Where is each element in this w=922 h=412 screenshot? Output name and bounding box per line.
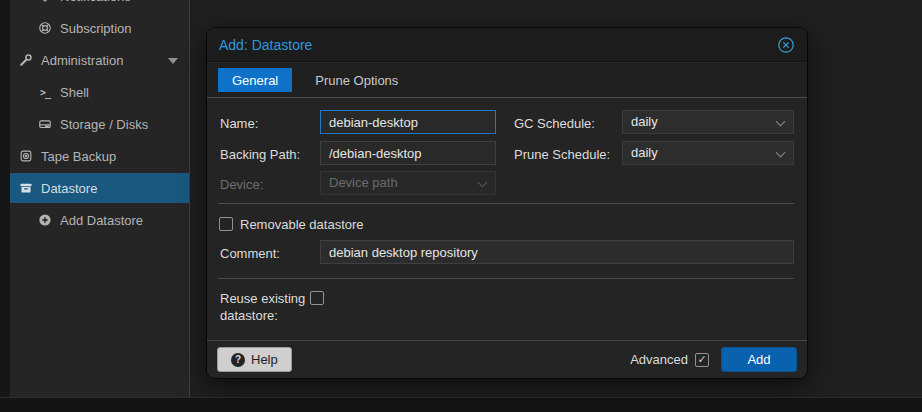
sidebar-item-label: Datastore <box>41 181 97 196</box>
sidebar-item-storage-disks[interactable]: Storage / Disks <box>10 109 189 139</box>
section-divider <box>218 203 794 204</box>
sidebar-item-administration[interactable]: Administration <box>10 45 189 75</box>
plus-circle-icon <box>37 213 53 227</box>
archive-icon <box>18 181 34 195</box>
sidebar-item-label: Add Datastore <box>60 213 143 228</box>
sidebar-item-notifications[interactable]: Notifications <box>10 0 189 11</box>
sidebar-item-subscription[interactable]: Subscription <box>10 13 189 43</box>
name-label: Name: <box>220 116 258 131</box>
question-icon: ? <box>231 353 245 367</box>
prune-schedule-value: daily <box>631 145 658 160</box>
sidebar-item-label: Tape Backup <box>41 149 116 164</box>
sidebar-item-add-datastore[interactable]: Add Datastore <box>10 205 189 235</box>
tab-prune-options[interactable]: Prune Options <box>301 68 412 92</box>
backing-path-label: Backing Path: <box>220 147 300 162</box>
close-icon[interactable] <box>777 36 795 54</box>
gc-schedule-value: daily <box>631 114 658 129</box>
advanced-label: Advanced <box>630 352 688 367</box>
sidebar-item-shell[interactable]: >_ Shell <box>10 77 189 107</box>
comment-label: Comment: <box>220 246 280 261</box>
life-ring-icon <box>37 21 53 35</box>
help-label: Help <box>251 352 278 367</box>
name-input[interactable] <box>320 110 496 134</box>
bell-icon <box>37 0 53 3</box>
dialog-header[interactable]: Add: Datastore <box>207 28 807 62</box>
dialog-title: Add: Datastore <box>219 37 312 53</box>
sidebar-item-tape-backup[interactable]: Tape Backup <box>10 141 189 171</box>
tab-bar: General Prune Options <box>207 63 807 98</box>
removable-datastore-label: Removable datastore <box>240 217 364 232</box>
add-button[interactable]: Add <box>721 347 797 372</box>
sidebar-item-label: Administration <box>41 53 123 68</box>
screen: Notifications Subscription <box>0 0 922 412</box>
device-select: Device path <box>320 171 496 195</box>
help-button[interactable]: ? Help <box>217 347 292 372</box>
sidebar-nav: Notifications Subscription <box>10 0 189 237</box>
sidebar-item-datastore[interactable]: Datastore <box>10 173 189 203</box>
terminal-icon: >_ <box>37 87 53 98</box>
device-placeholder: Device path <box>329 175 398 190</box>
sidebar-item-label: Notifications <box>60 0 131 4</box>
tape-icon <box>18 149 34 163</box>
chevron-down-icon <box>776 117 786 127</box>
reuse-existing-label: Reuse existing datastore: <box>220 290 308 324</box>
dialog-footer: ? Help Advanced ✓ Add <box>207 340 807 378</box>
advanced-checkbox[interactable]: ✓ <box>695 353 709 367</box>
left-panel-edge <box>0 0 10 397</box>
sidebar-item-label: Shell <box>60 85 89 100</box>
chevron-down-icon <box>478 178 488 188</box>
section-divider <box>218 278 794 279</box>
tab-general[interactable]: General <box>218 68 292 92</box>
device-label: Device: <box>220 177 263 192</box>
wrench-icon <box>18 53 34 67</box>
reuse-existing-checkbox[interactable] <box>310 291 324 305</box>
comment-input[interactable] <box>320 240 794 264</box>
sidebar: Notifications Subscription <box>10 0 190 397</box>
bottom-edge <box>0 397 922 412</box>
sidebar-item-label: Storage / Disks <box>60 117 148 132</box>
check-icon: ✓ <box>697 354 706 365</box>
gc-schedule-label: GC Schedule: <box>514 116 595 131</box>
chevron-down-icon <box>776 148 786 158</box>
sidebar-item-label: Subscription <box>60 21 132 36</box>
backing-path-input[interactable] <box>320 141 496 165</box>
add-datastore-dialog: Add: Datastore General Prune Options Nam… <box>207 28 807 378</box>
caret-down-icon[interactable] <box>168 58 178 64</box>
gc-schedule-select[interactable]: daily <box>622 110 794 134</box>
removable-datastore-checkbox[interactable] <box>219 217 233 231</box>
hdd-icon <box>37 117 53 131</box>
prune-schedule-label: Prune Schedule: <box>514 147 610 162</box>
prune-schedule-select[interactable]: daily <box>622 141 794 165</box>
